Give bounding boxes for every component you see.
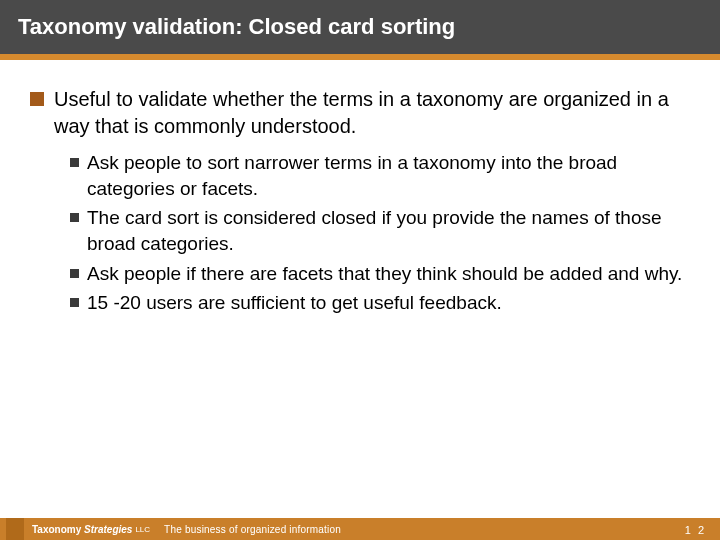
square-bullet-icon (70, 158, 79, 167)
footer-company-part2: Strategies (84, 524, 132, 535)
footer-company-name: Taxonomy Strategies (32, 524, 132, 535)
sub-point-text: Ask people to sort narrower terms in a t… (87, 150, 690, 201)
sub-point-text: The card sort is considered closed if yo… (87, 205, 690, 256)
page-number: 1 2 (685, 524, 706, 536)
sub-bullet-item: 15 -20 users are sufficient to get usefu… (70, 290, 690, 316)
square-bullet-icon (30, 92, 44, 106)
slide-footer: Taxonomy Strategies LLC The business of … (0, 518, 720, 540)
footer-llc: LLC (135, 525, 150, 534)
main-point-text: Useful to validate whether the terms in … (54, 86, 690, 140)
sub-point-text: Ask people if there are facets that they… (87, 261, 682, 287)
slide-content: Useful to validate whether the terms in … (0, 60, 720, 316)
sub-bullet-item: The card sort is considered closed if yo… (70, 205, 690, 256)
square-bullet-icon (70, 269, 79, 278)
square-bullet-icon (70, 298, 79, 307)
square-bullet-icon (70, 213, 79, 222)
main-bullet-item: Useful to validate whether the terms in … (30, 86, 690, 140)
slide-title: Taxonomy validation: Closed card sorting (0, 0, 720, 54)
sub-bullet-item: Ask people if there are facets that they… (70, 261, 690, 287)
footer-tagline: The business of organized information (164, 524, 341, 535)
sub-bullet-list: Ask people to sort narrower terms in a t… (70, 150, 690, 316)
footer-company-part1: Taxonomy (32, 524, 84, 535)
sub-point-text: 15 -20 users are sufficient to get usefu… (87, 290, 502, 316)
sub-bullet-item: Ask people to sort narrower terms in a t… (70, 150, 690, 201)
footer-accent-block (6, 518, 24, 540)
